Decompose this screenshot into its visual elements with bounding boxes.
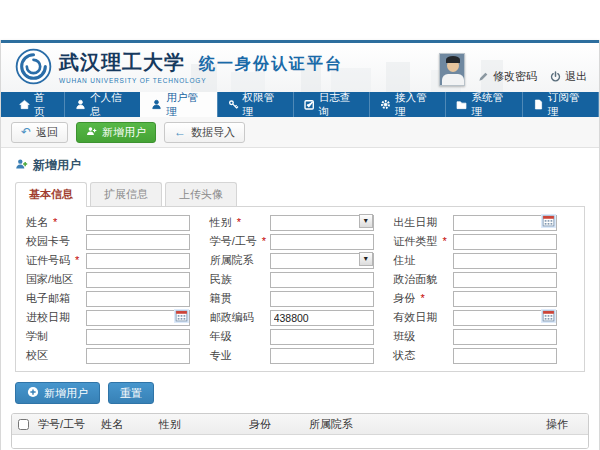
field-control-entry-date xyxy=(86,308,190,326)
class-input[interactable] xyxy=(453,329,557,345)
nav-tab-label: 日志查询 xyxy=(319,91,359,119)
ethnicity-input[interactable] xyxy=(270,272,374,288)
id-number-input[interactable] xyxy=(86,253,190,269)
chevron-down-icon[interactable]: ▾ xyxy=(359,214,373,228)
field-control-native-place xyxy=(270,289,374,307)
address-input[interactable] xyxy=(453,253,557,269)
nav-tab-label: 权限管理 xyxy=(243,91,283,119)
nav-tab-home[interactable]: 首页 xyxy=(9,92,64,117)
form-field-grade: 年级 xyxy=(206,328,386,344)
select-all-checkbox[interactable] xyxy=(18,419,29,430)
toolbar: ↶ 返回 新增用户 ← 数据导入 xyxy=(1,117,599,148)
table-header-0: 学号/工号 xyxy=(34,417,97,432)
nav-tab-label: 系统管理 xyxy=(471,91,511,119)
tab-basic[interactable]: 基本信息 xyxy=(15,182,87,207)
study-length-input[interactable] xyxy=(86,329,190,345)
field-control-major xyxy=(270,346,374,364)
required-asterisk: * xyxy=(439,235,446,247)
tab-avatar[interactable]: 上传头像 xyxy=(165,182,237,206)
logout-link[interactable]: 退出 xyxy=(550,69,587,86)
email-input[interactable] xyxy=(86,291,190,307)
major-input[interactable] xyxy=(270,348,374,364)
user-avatar xyxy=(439,53,465,86)
nav-tab-profile[interactable]: 个人信息 xyxy=(64,92,140,117)
form-field-birth-date: 出生日期 xyxy=(389,214,578,230)
calendar-icon[interactable] xyxy=(541,214,556,228)
field-control-address xyxy=(453,251,557,269)
campus-input[interactable] xyxy=(86,348,190,364)
name-input[interactable] xyxy=(86,215,190,231)
nav-tab-users[interactable]: 用户管理 xyxy=(140,92,216,117)
form-field-identity: 身份 * xyxy=(389,290,578,306)
field-control-department: ▾ xyxy=(270,251,374,269)
field-control-country xyxy=(86,270,190,288)
field-label-birth-date: 出生日期 xyxy=(389,215,453,230)
pencil-icon xyxy=(478,71,489,82)
field-label-class: 班级 xyxy=(389,329,453,344)
form-field-entry-date: 进校日期 xyxy=(22,309,202,325)
postal-code-input[interactable] xyxy=(270,310,374,326)
field-control-student-id xyxy=(270,232,374,250)
reset-button[interactable]: 重置 xyxy=(108,382,154,404)
field-label-native-place: 籍贯 xyxy=(206,291,270,306)
submit-add-user-button[interactable]: 新增用户 xyxy=(15,382,100,404)
form-field-name: 姓名 * xyxy=(22,214,202,230)
nav-tab-system[interactable]: 系统管理 xyxy=(445,92,521,117)
student-id-input[interactable] xyxy=(270,234,374,250)
chevron-down-icon[interactable]: ▾ xyxy=(359,252,373,266)
campus-card-input[interactable] xyxy=(86,234,190,250)
form-field-ethnicity: 民族 xyxy=(206,271,386,287)
field-label-study-length: 学制 xyxy=(22,329,86,344)
calendar-icon[interactable] xyxy=(541,309,556,323)
nav-tab-label: 用户管理 xyxy=(166,91,206,119)
add-user-toolbar-button[interactable]: 新增用户 xyxy=(76,122,156,143)
country-input[interactable] xyxy=(86,272,190,288)
status-input[interactable] xyxy=(453,348,557,364)
back-button[interactable]: ↶ 返回 xyxy=(11,122,68,143)
university-name: 武汉理工大学 xyxy=(59,49,185,76)
form-field-postal-code: 邮政编码 xyxy=(206,309,386,325)
table-header-4: 所属院系 xyxy=(305,417,542,432)
form-field-id-type: 证件类型 * xyxy=(389,233,578,249)
grade-input[interactable] xyxy=(270,329,374,345)
field-control-id-number xyxy=(86,251,190,269)
nav-tab-logs[interactable]: 日志查询 xyxy=(293,92,369,117)
logout-label: 退出 xyxy=(565,69,587,84)
users-table: 学号/工号姓名性别身份所属院系操作 xyxy=(11,413,589,449)
power-icon xyxy=(550,71,561,82)
form-field-political: 政治面貌 xyxy=(389,271,578,287)
gear-icon xyxy=(380,99,391,110)
form-field-status: 状态 xyxy=(389,347,578,363)
field-label-student-id: 学号/工号 * xyxy=(206,234,270,249)
native-place-input[interactable] xyxy=(270,291,374,307)
form-field-department: 所属院系▾ xyxy=(206,252,386,268)
plus-circle-icon xyxy=(27,386,39,400)
field-label-grade: 年级 xyxy=(206,329,270,344)
field-label-address: 住址 xyxy=(389,253,453,268)
id-type-input[interactable] xyxy=(453,234,557,250)
required-asterisk: * xyxy=(417,292,424,304)
data-import-button[interactable]: ← 数据导入 xyxy=(164,122,245,143)
form-field-address: 住址 xyxy=(389,252,578,268)
field-control-valid-date xyxy=(453,308,557,326)
field-control-name xyxy=(86,213,190,231)
field-control-birth-date xyxy=(453,213,557,231)
required-asterisk: * xyxy=(72,254,79,266)
form-field-class: 班级 xyxy=(389,328,578,344)
tab-extend[interactable]: 扩展信息 xyxy=(90,182,162,206)
data-import-label: 数据导入 xyxy=(191,125,235,140)
political-input[interactable] xyxy=(453,272,557,288)
form-field-campus: 校区 xyxy=(22,347,202,363)
nav-tab-label: 个人信息 xyxy=(90,91,130,119)
content: 新增用户 基本信息扩展信息上传头像 姓名 *性别 *▾出生日期校园卡号学号/工号… xyxy=(1,148,599,450)
nav-tab-access[interactable]: 接入管理 xyxy=(369,92,445,117)
calendar-icon[interactable] xyxy=(174,309,189,323)
field-label-id-number: 证件号码 * xyxy=(22,253,86,268)
nav-tab-subscription[interactable]: 订阅管理 xyxy=(522,92,599,117)
form-field-student-id: 学号/工号 * xyxy=(206,233,386,249)
identity-input[interactable] xyxy=(453,291,557,307)
nav-tab-permissions[interactable]: 权限管理 xyxy=(217,92,293,117)
field-control-grade xyxy=(270,327,374,345)
key-icon xyxy=(228,99,239,110)
change-password-link[interactable]: 修改密码 xyxy=(478,69,537,86)
